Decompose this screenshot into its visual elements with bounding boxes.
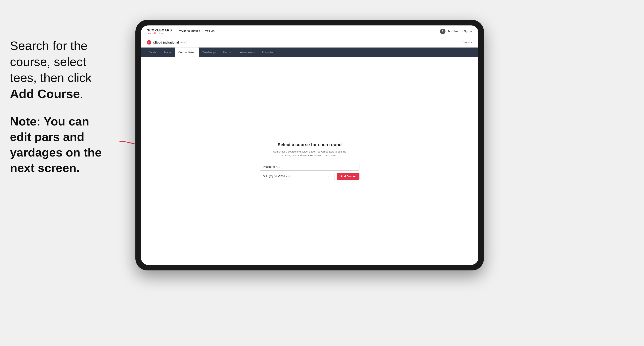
user-avatar: R [440,29,446,34]
logo-text: SCOREBOARD [147,29,172,32]
top-nav-right: R Test User | Sign out [440,29,472,34]
cancel-button[interactable]: Cancel × [462,41,472,44]
logo-sub: Powered by clippd [147,32,172,34]
main-content: Select a course for each round Search fo… [141,57,478,265]
tablet-frame: SCOREBOARD Powered by clippd TOURNAMENTS… [136,20,484,270]
sign-out-link[interactable]: Sign out [464,30,472,33]
tournament-name: Clippd Invitational [153,41,179,44]
top-nav-left: SCOREBOARD Powered by clippd TOURNAMENTS… [147,29,215,34]
description-line1: Search for a course and select a tee. Yo… [273,150,346,153]
course-search-input[interactable] [260,163,360,171]
tab-leaderboards[interactable]: Leaderboards [235,47,258,57]
top-nav: SCOREBOARD Powered by clippd TOURNAMENTS… [141,25,478,37]
annotation-cta: Add Course [10,87,80,101]
user-label: Test User [448,30,458,33]
annotation-primary: Search for the course, select tees, then… [10,38,114,102]
tab-bar: Details Teams Course Setup Tee Groups Re… [141,47,478,57]
add-course-button[interactable]: Add Course [337,173,360,180]
card-title: Select a course for each round [260,142,360,147]
tab-tee-groups[interactable]: Tee Groups [199,47,220,57]
nav-separator: | [460,30,461,33]
course-setup-card: Select a course for each round Search fo… [260,142,360,180]
cancel-icon: × [471,41,472,44]
tournament-header: C Clippd Invitational (Men) Cancel × [141,37,478,47]
tee-select[interactable]: Gold (M) (M) (7010 yds) [260,173,335,180]
tournament-icon: C [147,40,151,44]
nav-tournaments[interactable]: TOURNAMENTS [179,30,200,33]
description-line2: course, pars and yardages for each round… [282,154,337,157]
nav-teams[interactable]: TEAMS [205,30,215,33]
cancel-label: Cancel [462,41,470,44]
tournament-title: C Clippd Invitational (Men) [147,40,187,44]
tab-results[interactable]: Results [220,47,235,57]
annotation-secondary: Note: You can edit pars and yardages on … [10,114,114,176]
nav-links: TOURNAMENTS TEAMS [179,30,215,33]
tab-printables[interactable]: Printables [258,47,277,57]
tournament-type: (Men) [180,41,187,44]
tab-course-setup[interactable]: Course Setup [175,47,199,57]
annotation-area: Search for the course, select tees, then… [0,30,124,184]
annotation-period: . [80,87,83,101]
tab-teams[interactable]: Teams [160,47,175,57]
tee-select-wrapper: Gold (M) (M) (7010 yds) × ▾ [260,173,335,180]
tee-clear-button[interactable]: × [328,175,329,178]
logo-area: SCOREBOARD Powered by clippd [147,29,172,34]
tab-details[interactable]: Details [145,47,160,57]
tablet-screen: SCOREBOARD Powered by clippd TOURNAMENTS… [141,25,478,265]
card-description: Search for a course and select a tee. Yo… [260,150,360,158]
tee-select-row: Gold (M) (M) (7010 yds) × ▾ Add Course [260,173,360,180]
